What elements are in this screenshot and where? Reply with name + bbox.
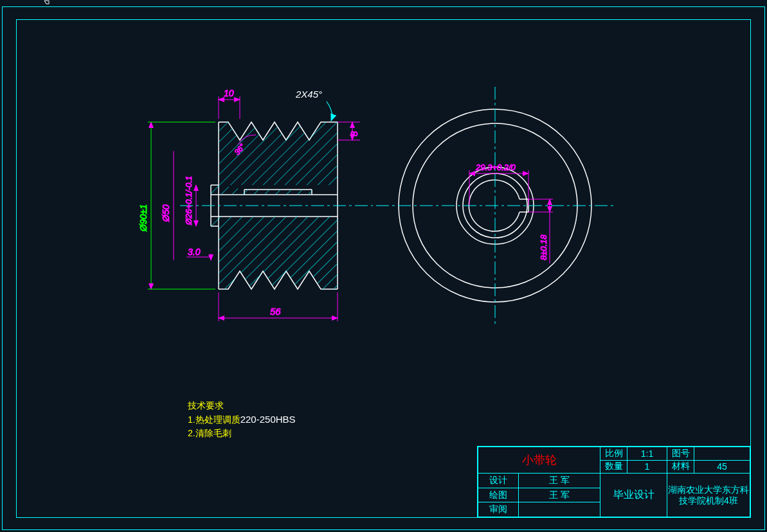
svg-text:8±0.18: 8±0.18 [539,235,548,260]
scale-label: 比例 [600,447,627,461]
draw-label: 绘图 [478,488,519,502]
project: 毕业设计 [600,474,667,517]
notes-line2: 2.清除毛刺 [188,428,296,439]
dim-10: 10 [219,88,240,119]
svg-text:8: 8 [349,131,359,136]
qty-label: 数量 [600,460,627,474]
svg-text:29.3+0.2/0: 29.3+0.2/0 [475,163,516,172]
svg-text:3.0: 3.0 [188,247,201,257]
front-view [376,87,614,324]
material: 45 [694,460,750,474]
part-name: 小带轮 [478,447,600,474]
notes-heading: 技术要求 [188,400,296,412]
design-label: 设计 [478,474,519,488]
tech-requirements: 技术要求 1.热处理调质220-250HBS 2.清除毛刺 [188,398,296,441]
dim-dia-bore: Ø26+0.1/-0.1 [184,176,196,226]
dim-8: 8 [338,122,360,140]
dim-56: 56 [219,292,338,321]
dim-dia-mid: Ø50 [161,151,174,260]
designer: 王 军 [519,474,600,488]
svg-text:2X45°: 2X45° [295,89,322,100]
dim-chamfer: 2X45° [295,89,332,121]
svg-text:Ø26+0.1/-0.1: Ø26+0.1/-0.1 [184,176,194,226]
qty: 1 [627,460,667,474]
check-label: 审阅 [478,502,519,517]
drafter: 王 军 [519,488,600,502]
org: 湖南农业大学东方科技学院机制4班 [667,474,750,517]
title-block: 小带轮 比例 1:1 图号 数量 1 材料 45 设计 王 军 毕业设计 湖南农… [477,446,751,518]
svg-text:56: 56 [270,306,281,317]
dim-3: 3.0 [186,247,211,260]
dwg-no [694,447,750,461]
checker [519,502,600,517]
dim-key-height: 8±0.18 [528,199,553,263]
dwg-no-label: 图号 [667,447,694,461]
svg-text:Ø50: Ø50 [161,204,171,222]
scale: 1:1 [627,447,667,461]
section-view [180,122,373,289]
material-label: 材料 [667,460,694,474]
svg-text:Ø90±1: Ø90±1 [138,204,149,232]
notes-line1-prefix: 1.热处理调质 [188,414,240,425]
svg-text:10: 10 [224,88,234,98]
